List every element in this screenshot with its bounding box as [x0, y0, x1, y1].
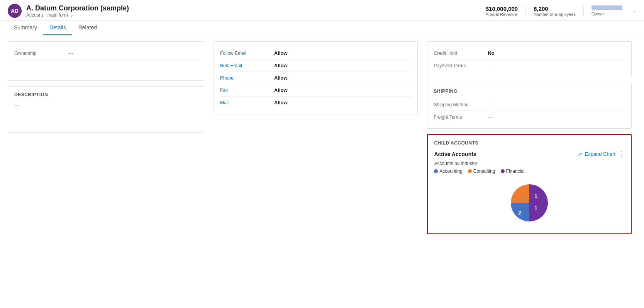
active-accounts-label: Active Accounts [434, 151, 476, 157]
fax-label: Fax [220, 88, 274, 93]
billing-section: Credit Hold No Payment Terms --- [427, 41, 632, 77]
credit-hold-row: Credit Hold No [434, 47, 625, 60]
legend-accounting: Accounting [434, 168, 462, 174]
pie-chart-area: 1 2 1 [434, 178, 625, 228]
consulting-label: Consulting [473, 168, 495, 174]
header-right: $10,000,000 Annual Revenue 6,200 Number … [478, 5, 636, 17]
freight-terms-row: Freight Terms --- [434, 111, 625, 123]
header-subtitle: Account · main form ⌄ [26, 12, 129, 18]
bulk-email-row: Bulk Email Allow [220, 60, 412, 72]
financial-value: 2 [519, 210, 521, 216]
ownership-extra-row [14, 60, 198, 75]
avatar: AD [8, 4, 22, 18]
legend-consulting: Consulting [468, 168, 495, 174]
ownership-section: Ownership --- [8, 41, 204, 81]
description-section: Description --- [8, 86, 204, 133]
form-select[interactable]: main form ⌄ [47, 12, 74, 18]
header-left: AD A. Datum Corporation (sample) Account… [8, 4, 129, 18]
header-title-group: A. Datum Corporation (sample) Account · … [26, 4, 129, 18]
accounting-label: Accounting [439, 168, 462, 174]
credit-hold-value: No [488, 50, 494, 56]
chart-subtitle: Accounts by Industry [434, 161, 625, 166]
expand-chart-icon: ↗ [578, 151, 582, 157]
fax-row: Fax Allow [220, 84, 412, 97]
mail-label: Mail [220, 100, 274, 106]
child-accounts-title: CHILD ACCOUNTS [434, 140, 625, 146]
consulting-dot [468, 169, 472, 173]
phone-row: Phone Allow [220, 72, 412, 84]
expand-chart-label: Expand Chart [585, 151, 615, 157]
col3: Credit Hold No Payment Terms --- SHIPPIN… [422, 41, 636, 234]
accounting-dot [434, 169, 438, 173]
shipping-method-label: Shipping Method [434, 102, 488, 107]
payment-terms-row: Payment Terms --- [434, 60, 625, 71]
subtitle-type: Account [26, 12, 43, 18]
credit-hold-label: Credit Hold [434, 51, 488, 56]
tab-summary[interactable]: Summary [8, 20, 43, 35]
phone-label: Phone [220, 75, 274, 81]
tab-related[interactable]: Related [72, 20, 103, 35]
col1: Ownership --- Description --- [8, 41, 209, 234]
follow-email-row: Follow Email Allow [220, 47, 412, 60]
owner-stat: Owner [583, 5, 630, 16]
tab-details[interactable]: Details [43, 20, 72, 35]
fax-value: Allow [274, 87, 288, 93]
expand-chart-button[interactable]: ↗ Expand Chart [578, 151, 615, 157]
phone-value: Allow [274, 75, 288, 81]
chart-controls: ↗ Expand Chart ⋮ [578, 150, 625, 158]
shipping-title: SHIPPING [434, 88, 625, 94]
employees-stat: 6,200 Number of Employees [525, 5, 583, 17]
header-chevron-icon[interactable]: ⌄ [632, 8, 636, 14]
freight-terms-value: --- [488, 114, 493, 120]
contact-prefs-section: Follow Email Allow Bulk Email Allow Phon… [214, 41, 418, 114]
financial-dot [501, 169, 505, 173]
col2: Follow Email Allow Bulk Email Allow Phon… [209, 41, 423, 234]
financial-label: Financial [506, 168, 525, 174]
description-title: Description [14, 92, 198, 97]
follow-email-label: Follow Email [220, 51, 274, 56]
annual-revenue-stat: $10,000,000 Annual Revenue [478, 5, 525, 17]
chevron-down-icon: ⌄ [70, 12, 74, 18]
payment-terms-value: --- [488, 63, 493, 68]
header: AD A. Datum Corporation (sample) Account… [0, 0, 644, 20]
ownership-value: --- [68, 50, 73, 56]
more-options-icon[interactable]: ⋮ [619, 150, 625, 158]
child-accounts-header: Active Accounts ↗ Expand Chart ⋮ [434, 150, 625, 158]
description-value: --- [14, 102, 198, 108]
payment-terms-label: Payment Terms [434, 63, 488, 68]
bulk-email-label: Bulk Email [220, 63, 274, 68]
ownership-row: Ownership --- [14, 47, 198, 60]
owner-bar [591, 5, 622, 10]
mail-value: Allow [274, 100, 288, 106]
account-title: A. Datum Corporation (sample) [26, 4, 129, 12]
shipping-method-row: Shipping Method --- [434, 99, 625, 111]
ownership-label: Ownership [14, 51, 68, 56]
chart-legend: Accounting Consulting Financial [434, 168, 625, 174]
nav-tabs: Summary Details Related [0, 20, 644, 35]
consulting-value: 1 [535, 205, 537, 211]
legend-financial: Financial [501, 168, 525, 174]
follow-email-value: Allow [274, 50, 288, 56]
consulting-slice [511, 184, 529, 203]
shipping-section: SHIPPING Shipping Method --- Freight Ter… [427, 83, 632, 129]
shipping-method-value: --- [488, 102, 493, 107]
mail-row: Mail Allow [220, 97, 412, 109]
main-content: Ownership --- Description --- Follow Ema… [0, 35, 644, 240]
financial-slice [529, 184, 548, 221]
freight-terms-label: Freight Terms [434, 114, 488, 120]
bulk-email-value: Allow [274, 63, 288, 68]
accounting-value: 1 [535, 193, 537, 199]
pie-chart: 1 2 1 [508, 182, 551, 224]
child-accounts-section: CHILD ACCOUNTS Active Accounts ↗ Expand … [427, 134, 632, 234]
